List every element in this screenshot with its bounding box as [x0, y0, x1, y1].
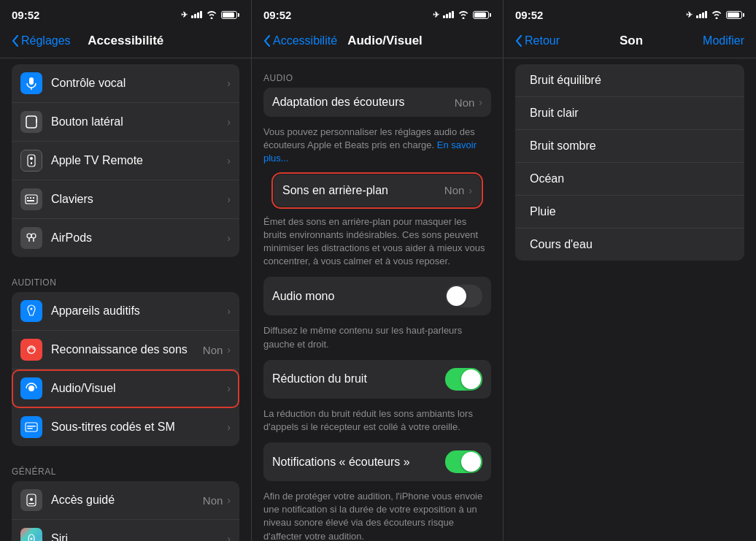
scroll-area-2[interactable]: AUDIO Adaptation des écouteurs Non › Vou… [252, 58, 503, 541]
label-siri: Siri [51, 532, 227, 541]
time-2: 09:52 [263, 9, 291, 21]
label-appareils-auditifs: Appareils auditifs [51, 304, 227, 318]
desc-audio-mono: Diffusez le même contenu sur les haut-pa… [252, 321, 503, 359]
list-item-audio-visuel[interactable]: Audio/Visuel › [12, 369, 239, 408]
battery-icon [221, 11, 239, 19]
toggle-notif[interactable] [445, 450, 482, 473]
signal-icon-2 [443, 11, 454, 18]
sound-item-ocean[interactable]: Océan [515, 163, 744, 196]
status-bar-1: 09:52 ✈ [0, 0, 251, 26]
list-item-notif[interactable]: Notifications « écouteurs » [263, 442, 491, 481]
svg-rect-2 [26, 116, 36, 128]
icon-appareils-auditifs [20, 300, 42, 322]
icon-audio-visuel [20, 377, 42, 399]
scroll-area-1[interactable]: Contrôle vocal › Bouton latéral › Apple … [0, 58, 251, 541]
location-icon-2: ✈ [433, 10, 439, 20]
battery-icon-2 [473, 11, 491, 19]
list-item-sons[interactable]: Sons en arrière-plan Non › [274, 174, 481, 207]
list-item-sous-titres[interactable]: Sous-titres codés et SM › [12, 408, 239, 446]
wifi-icon [206, 10, 217, 19]
modifier-button[interactable]: Modifier [703, 34, 744, 47]
svg-rect-24 [28, 503, 34, 504]
svg-point-18 [28, 385, 34, 391]
toggle-reduction[interactable] [445, 368, 482, 391]
list-item-reconnaissance-sons[interactable]: Reconnaissance des sons Non › [12, 331, 239, 369]
list-group-audition: Appareils auditifs › Reconnaissance des … [12, 292, 239, 446]
label-bouton-lateral: Bouton latéral [51, 115, 227, 128]
chevron-airpods: › [227, 232, 231, 244]
icon-sous-titres [20, 416, 42, 438]
sound-item-bruit-clair[interactable]: Bruit clair [515, 97, 744, 130]
nav-bar-3: Retour Son Modifier [504, 26, 756, 58]
list-group-reduction: Réduction du bruit [263, 360, 491, 399]
status-icons-2: ✈ [433, 10, 491, 20]
list-item-controle-vocal[interactable]: Contrôle vocal › [12, 64, 239, 103]
list-group-general: Contrôle vocal › Bouton latéral › Apple … [12, 64, 239, 257]
sound-item-pluie[interactable]: Pluie [515, 196, 744, 229]
list-item-appareils-auditifs[interactable]: Appareils auditifs › [12, 292, 239, 331]
list-item-airpods[interactable]: AirPods › [12, 219, 239, 257]
label-adaptation: Adaptation des écouteurs [272, 96, 455, 109]
list-group-audio-mono: Audio mono [263, 277, 491, 315]
back-button-1[interactable]: Réglages [12, 34, 71, 47]
chevron-reconnaissance-sons: › [227, 344, 231, 356]
list-group-notif: Notifications « écouteurs » [263, 442, 491, 481]
svg-rect-21 [27, 428, 33, 429]
status-icons-3: ✈ [686, 10, 744, 20]
icon-controle-vocal [20, 72, 42, 94]
svg-rect-6 [31, 162, 32, 164]
svg-point-26 [31, 538, 33, 540]
section-header-audition: AUDITION [0, 263, 251, 292]
label-apple-tv-remote: Apple TV Remote [51, 154, 227, 167]
nav-title-2: Audio/Visuel [337, 34, 433, 48]
chevron-acces-guide: › [227, 494, 231, 506]
list-item-apple-tv-remote[interactable]: Apple TV Remote › [12, 142, 239, 180]
list-item-adaptation[interactable]: Adaptation des écouteurs Non › [263, 88, 491, 117]
desc-adaptation: Vous pouvez personnaliser les réglages a… [252, 123, 503, 174]
desc-reduction: La réduction du bruit réduit les sons am… [252, 404, 503, 442]
value-adaptation: Non [455, 96, 475, 109]
toggle-audio-mono[interactable] [445, 285, 482, 307]
svg-rect-9 [30, 197, 31, 199]
sound-item-bruit-equilibre[interactable]: Bruit équilibré [515, 64, 744, 97]
back-button-3[interactable]: Retour [515, 34, 560, 47]
svg-rect-7 [26, 195, 37, 204]
signal-icon [191, 11, 202, 18]
label-audio-visuel: Audio/Visuel [51, 382, 227, 395]
label-sous-titres: Sous-titres codés et SM [51, 421, 227, 434]
list-item-acces-guide[interactable]: Accès guidé Non › [12, 481, 239, 520]
svg-rect-3 [36, 119, 37, 123]
svg-rect-4 [28, 155, 35, 166]
icon-bouton-lateral [20, 111, 42, 133]
value-acces-guide: Non [203, 494, 223, 507]
nav-title-3: Son [560, 34, 703, 48]
sound-item-bruit-sombre[interactable]: Bruit sombre [515, 130, 744, 163]
list-item-reduction[interactable]: Réduction du bruit [263, 360, 491, 399]
time-3: 09:52 [515, 9, 543, 21]
scroll-area-3[interactable]: Bruit équilibré Bruit clair Bruit sombre… [504, 58, 756, 541]
list-item-audio-mono[interactable]: Audio mono [263, 277, 491, 315]
list-item-claviers[interactable]: Claviers › [12, 180, 239, 219]
label-acces-guide: Accès guidé [51, 494, 203, 507]
location-icon: ✈ [181, 10, 188, 20]
chevron-apple-tv-remote: › [227, 155, 231, 166]
wifi-icon-2 [458, 10, 469, 19]
svg-point-5 [30, 157, 33, 160]
wifi-icon-3 [711, 10, 722, 19]
time-1: 09:52 [12, 9, 39, 21]
list-item-bouton-lateral[interactable]: Bouton latéral › [12, 103, 239, 142]
label-reconnaissance-sons: Reconnaissance des sons [51, 343, 203, 356]
chevron-bouton-lateral: › [227, 116, 231, 128]
sound-list-group: Bruit équilibré Bruit clair Bruit sombre… [515, 64, 744, 261]
chevron-claviers: › [227, 193, 231, 205]
desc-sons: Émet des sons en arrière-plan pour masqu… [252, 212, 503, 277]
icon-apple-tv-remote [20, 150, 42, 172]
sound-item-cours-eau[interactable]: Cours d'eau [515, 229, 744, 261]
list-item-siri[interactable]: Siri › [12, 520, 239, 541]
back-button-2[interactable]: Accessibilité [263, 34, 337, 47]
signal-icon-3 [696, 11, 707, 18]
svg-rect-0 [29, 77, 34, 85]
status-bar-2: 09:52 ✈ [252, 0, 503, 26]
svg-rect-20 [27, 426, 36, 427]
svg-rect-8 [27, 197, 28, 199]
